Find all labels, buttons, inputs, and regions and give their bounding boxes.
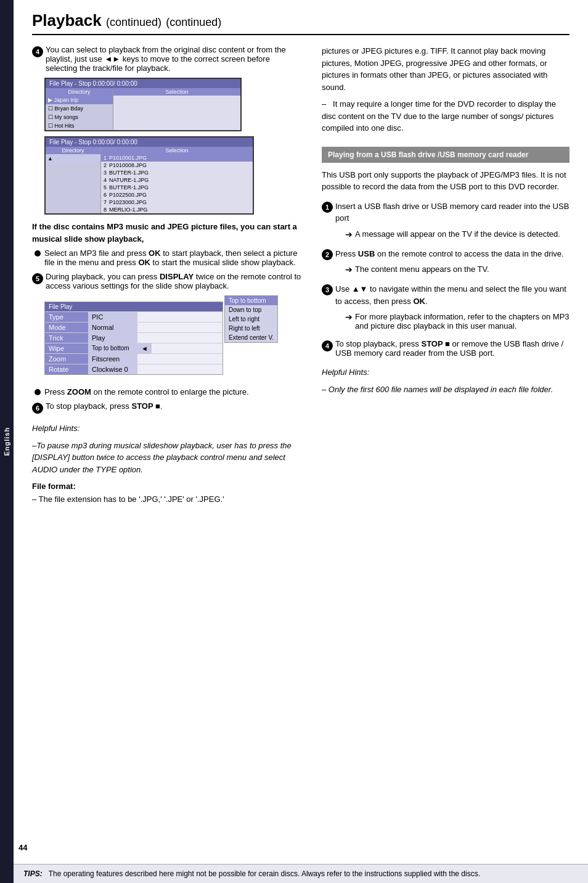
usb-step-1: 1 Insert a USB flash drive or USB memory… <box>322 200 570 243</box>
dropdown-item-top-bottom[interactable]: Top to bottom <box>225 296 277 305</box>
helpful-hints-1: Helpful Hints: –To pause mp3 during musi… <box>32 422 303 475</box>
helpful-hints-text-2: – Only the first 600 file names will be … <box>322 384 570 396</box>
fp-left-1: Directory ▶ Japan trip ☐ Bryan Bday ☐ My… <box>46 88 113 130</box>
arrow-icon-3: ➔ <box>345 312 353 322</box>
settings-value-rotate: Clockwise 0 <box>88 364 137 374</box>
settings-value-trick: Play <box>88 333 137 343</box>
fileplay-screen-2: File Play - Stop 0:00:00/ 0:00:00 Direct… <box>44 136 254 215</box>
settings-area: File Play Type PIC Mode Normal Trick <box>38 295 303 381</box>
title-playback: Playback <box>32 11 102 30</box>
left-column: 4 You can select to playback from the or… <box>32 45 303 511</box>
usb-step-4-text: To stop playback, press STOP ■ or remove… <box>335 339 570 358</box>
step-5-block: 5 During playback, you can press DISPLAY… <box>32 272 303 381</box>
page: English Playback (continued) (continued)… <box>0 0 588 883</box>
step-6-number: 6 <box>32 403 43 414</box>
usb-step-2-content: Press USB on the remote control to acces… <box>335 248 564 279</box>
usb-step-4-num: 4 <box>322 340 333 351</box>
settings-row-type: Type PIC <box>45 311 223 322</box>
fp-sel-header-2: Selection <box>101 147 253 154</box>
usb-step-1-sub: ➔ A message will appear on the TV if the… <box>345 229 570 239</box>
wipe-dropdown[interactable]: Top to bottom Down to top Left to right … <box>224 295 278 343</box>
fileplay-screen-1: File Play - Stop 0:00:00/ 0:00:00 Direct… <box>44 78 242 131</box>
settings-label-type: Type <box>45 312 88 322</box>
zoom-bullet: Press ZOOM on the remote control to enla… <box>35 387 303 396</box>
usb-step-2-sub: ➔ The content menu appears on the TV. <box>345 265 564 274</box>
dropdown-item-left-right[interactable]: Left to right <box>225 314 277 324</box>
settings-value-type: PIC <box>88 312 137 322</box>
fp-file-2: 2P1010008.JPG <box>101 162 253 169</box>
settings-value-zoom: Fitscreen <box>88 354 137 364</box>
usb-step-1-content: Insert a USB flash drive or USB memory c… <box>335 200 570 243</box>
usb-section-header: Playing from a USB flash drive /USB memo… <box>322 147 570 163</box>
step-4-number: 4 <box>32 46 43 57</box>
two-column-layout: 4 You can select to playback from the or… <box>32 45 570 511</box>
page-number: 44 <box>18 843 27 852</box>
helpful-hints-2: Helpful Hints: – Only the first 600 file… <box>322 366 570 395</box>
dvd-note: – It may require a longer time for the D… <box>322 98 570 134</box>
arrow-icon-2: ➔ <box>345 265 353 274</box>
step-4-text: You can select to playback from the orig… <box>46 45 303 73</box>
fp-dir-header: Directory <box>46 88 113 96</box>
settings-label-trick: Trick <box>45 333 88 343</box>
file-format-section: File format: – The file extension has to… <box>32 482 303 506</box>
fp-inner-1: Directory ▶ Japan trip ☐ Bryan Bday ☐ My… <box>46 88 240 130</box>
step-6-text: To stop playback, press STOP ■. <box>46 401 162 411</box>
settings-label-zoom: Zoom <box>45 354 88 364</box>
fp-title-1: File Play - Stop 0:00:00/ 0:00:00 <box>46 79 240 88</box>
usb-step-1-text: Insert a USB flash drive or USB memory c… <box>335 200 570 224</box>
helpful-hints-text-1: –To pause mp3 during musical slideshow p… <box>32 440 303 476</box>
fp-right-2: Selection 1P1010001.JPG 2P1010008.JPG 3B… <box>101 147 253 213</box>
mp3-jpeg-header: If the disc contains MP3 music and JPEG … <box>32 221 303 245</box>
helpful-hints-title-1: Helpful Hints: <box>32 422 303 435</box>
sidebar-label: English <box>3 427 10 456</box>
fp-dir-item-4: ☐ Hot Hits <box>46 121 113 130</box>
tips-text: The operating features described here mi… <box>49 869 480 878</box>
settings-table-title: File Play <box>45 302 223 311</box>
file-format-text: – The file extension has to be '.JPG,' '… <box>32 493 303 506</box>
usb-step-1-num: 1 <box>322 202 333 213</box>
helpful-hints-title-2: Helpful Hints: <box>322 366 570 379</box>
fp-file-5: 5BUTTER-1.JPG <box>101 184 253 191</box>
usb-step-3-sub-text: For more playback information, refer to … <box>355 312 570 331</box>
fp-sel-header-1: Selection <box>113 88 240 96</box>
settings-table: File Play Type PIC Mode Normal Trick <box>44 302 223 375</box>
fp-dir-item-2: ☐ Bryan Bday <box>46 104 113 113</box>
dropdown-item-extend-center[interactable]: Extend center V. <box>225 333 277 342</box>
settings-label-rotate: Rotate <box>45 364 88 374</box>
fp-dir-item-1: ▶ Japan trip <box>46 96 113 104</box>
sidebar: English <box>0 0 14 883</box>
fp-file-6: 6P1022500.JPG <box>101 191 253 199</box>
settings-value-wipe: Top to bottom <box>88 343 137 353</box>
zoom-bullet-text: Press ZOOM on the remote control to enla… <box>44 387 249 396</box>
settings-label-wipe: Wipe <box>45 343 88 353</box>
dropdown-item-right-left[interactable]: Right to left <box>225 324 277 333</box>
settings-row-zoom: Zoom Fitscreen <box>45 353 223 364</box>
right-intro-text: pictures or JPEG pictures e.g. TIFF. It … <box>322 45 570 93</box>
usb-step-3: 3 Use ▲▼ to navigate within the menu and… <box>322 283 570 334</box>
usb-step-2-num: 2 <box>322 249 333 260</box>
settings-arrow-wipe[interactable]: ◄ <box>137 343 152 353</box>
dropdown-item-down-top[interactable]: Down to top <box>225 305 277 314</box>
file-format-title: File format: <box>32 482 303 491</box>
fp-file-8: 8MERLIO-1.JPG <box>101 206 253 213</box>
usb-step-2-sub-text: The content menu appears on the TV. <box>355 265 489 274</box>
bullet-item-1: Select an MP3 file and press OK to start… <box>35 248 303 267</box>
title-continued-text: (continued) <box>166 16 221 28</box>
main-content: Playback (continued) (continued) 4 You c… <box>14 0 588 883</box>
usb-step-4: 4 To stop playback, press STOP ■ or remo… <box>322 339 570 358</box>
page-title: Playback (continued) (continued) <box>32 11 570 35</box>
fp-right-1: Selection <box>113 88 240 130</box>
usb-step-3-num: 3 <box>322 284 333 295</box>
usb-step-2-text: Press USB on the remote control to acces… <box>335 248 564 260</box>
bullet-text-1: Select an MP3 file and press OK to start… <box>44 248 303 267</box>
settings-row-wipe: Wipe Top to bottom ◄ <box>45 343 223 353</box>
usb-step-3-text: Use ▲▼ to navigate within the menu and s… <box>335 283 570 307</box>
usb-step-2: 2 Press USB on the remote control to acc… <box>322 248 570 279</box>
fp-file-1: 1P1010001.JPG <box>101 154 253 162</box>
step-5-header: 5 During playback, you can press DISPLAY… <box>32 272 303 290</box>
tips-label: TIPS: <box>23 869 43 878</box>
fp-dir-item-3: ☐ My songs <box>46 113 113 121</box>
fp-dir-arrow: ▲ <box>46 154 100 163</box>
fp-left-2: Directory ▲ <box>46 147 101 213</box>
settings-row-rotate: Rotate Clockwise 0 <box>45 364 223 374</box>
